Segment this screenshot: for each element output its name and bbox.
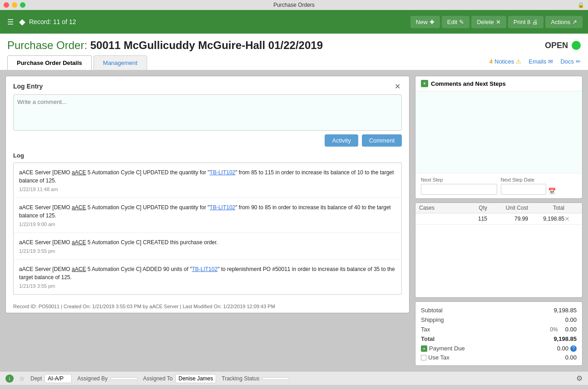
subtotal-row: Subtotal 9,198.85	[421, 305, 577, 315]
docs-pencil-icon: ✏	[576, 58, 581, 65]
comments-panel: + Comments and Next Steps Next Step Next…	[415, 76, 583, 199]
log-section-title: Log	[6, 150, 409, 162]
log-link-1[interactable]: TB-LIT102	[210, 169, 236, 176]
maximize-window-button[interactable]	[20, 2, 25, 8]
log-entries: aACE Server [DEMO aACE 5 Automation Cycl…	[13, 162, 402, 295]
col-cases: Cases	[419, 205, 455, 211]
menu-icon[interactable]: ☰	[5, 16, 15, 28]
delete-label: Delete	[477, 19, 494, 25]
right-panel: + Comments and Next Steps Next Step Next…	[415, 70, 588, 371]
print-button[interactable]: Print 8 🖨	[508, 16, 544, 28]
next-step-label: Next Step	[421, 177, 497, 182]
assigned-by-label: Assigned By	[77, 375, 108, 382]
use-tax-checkbox[interactable]	[421, 355, 426, 360]
diamond-icon[interactable]: ◆	[19, 17, 25, 27]
emails-link[interactable]: Emails ✉	[529, 58, 553, 65]
total-value: 9,198.85	[553, 335, 577, 342]
log-panel-header: Log Entry ✕	[6, 76, 409, 94]
comments-header: + Comments and Next Steps	[415, 76, 582, 91]
notices-link[interactable]: 4 Notices ⚠	[489, 58, 522, 65]
tab-purchase-order-details[interactable]: Purchase Order Details	[7, 55, 92, 70]
use-tax-value: 0.00	[565, 354, 577, 361]
shipping-label: Shipping	[421, 316, 444, 323]
status-label: OPEN	[545, 41, 568, 50]
page-title-prefix: Purchase Order:	[7, 39, 87, 51]
tracking-status-value	[262, 377, 289, 380]
next-step-date-input[interactable]	[501, 184, 546, 195]
cell-total: 9,198.85	[528, 216, 564, 222]
log-comment-input[interactable]	[13, 94, 402, 131]
lock-icon: 🔒	[578, 2, 584, 8]
shipping-row: Shipping 0.00	[421, 315, 577, 325]
page-title-main: 50011 McGullicuddy McGuire-Hall 01/22/20…	[90, 39, 323, 51]
next-step-date-row: 📅	[501, 184, 577, 195]
dept-value: AI-A/P	[44, 374, 72, 383]
next-step-field: Next Step	[421, 177, 497, 195]
docs-link[interactable]: Docs ✏	[560, 58, 581, 65]
shipping-value: 0.00	[565, 316, 577, 323]
minimize-window-button[interactable]	[12, 2, 17, 8]
dept-label: Dept	[30, 375, 42, 382]
add-comment-icon[interactable]: +	[421, 80, 428, 87]
cell-delete[interactable]: ✕	[564, 215, 573, 222]
total-row: Total 9,198.85	[421, 334, 577, 344]
next-step-input[interactable]	[421, 184, 497, 195]
assigned-by-value	[110, 377, 138, 380]
notices-warning-icon: ⚠	[516, 58, 521, 65]
page-title: Purchase Order: 50011 McGullicuddy McGui…	[7, 39, 323, 52]
edit-button[interactable]: Edit ✎	[442, 16, 469, 28]
toolbar-left: ☰ ◆ Record: 11 of 12	[5, 16, 410, 28]
bottom-info-icon[interactable]: i	[5, 374, 14, 383]
table-panel: Cases Qty Unit Cost Total 115 79.99 9,19…	[415, 202, 583, 298]
assigned-to-value: Denise James	[175, 374, 216, 383]
next-step-date-label: Next Step Date	[501, 177, 577, 182]
new-button[interactable]: New ✚	[410, 16, 440, 28]
toolbar: ☰ ◆ Record: 11 of 12 New ✚ Edit ✎ Delete…	[0, 10, 588, 34]
dept-field: Dept AI-A/P	[30, 374, 72, 383]
email-icon: ✉	[548, 58, 553, 65]
edit-label: Edit	[447, 19, 457, 25]
log-link-2[interactable]: TB-LIT102	[210, 204, 236, 211]
log-entry-3: aACE Server [DEMO aACE 5 Automation Cycl…	[14, 233, 401, 260]
tab-management[interactable]: Management	[94, 55, 147, 70]
activity-button[interactable]: Activity	[325, 134, 358, 147]
header-actions: 4 Notices ⚠ Emails ✉ Docs ✏	[489, 58, 581, 68]
window-controls[interactable]	[4, 2, 25, 8]
main-content: Log Entry ✕ Activity Comment Log aACE Se…	[0, 70, 588, 371]
delete-row-icon[interactable]: ✕	[564, 215, 570, 222]
actions-button[interactable]: Actions ↗	[545, 16, 583, 28]
actions-arrow-icon: ↗	[572, 19, 577, 25]
tax-pct: 0%	[550, 326, 558, 333]
new-label: New	[416, 19, 428, 25]
log-entry-4-time: 1/21/19 3:55 pm	[19, 283, 396, 289]
comments-body[interactable]	[415, 91, 582, 173]
table-row: 115 79.99 9,198.85 ✕	[415, 213, 582, 225]
calendar-icon[interactable]: 📅	[548, 187, 556, 195]
col-unit-cost: Unit Cost	[487, 205, 528, 211]
payment-info-icon[interactable]: ?	[570, 345, 577, 352]
use-tax-label: Use Tax	[428, 354, 450, 361]
subtotal-label: Subtotal	[421, 307, 443, 314]
log-entry-4: aACE Server [DEMO aACE 5 Automation Cycl…	[14, 260, 401, 294]
table-header: Cases Qty Unit Cost Total	[415, 203, 582, 213]
delete-button[interactable]: Delete ✕	[471, 16, 506, 28]
log-link-4[interactable]: TB-LIT102	[192, 266, 217, 272]
log-actions: Activity Comment	[6, 131, 409, 150]
use-tax-row: Use Tax 0.00	[421, 353, 577, 362]
comments-title: Comments and Next Steps	[431, 80, 506, 87]
tabs: Purchase Order Details Management	[7, 55, 149, 70]
add-payment-icon[interactable]: +	[421, 345, 427, 352]
tabs-row: Purchase Order Details Management 4 Noti…	[7, 55, 581, 70]
bottom-bar: i ☆ Dept AI-A/P Assigned By Assigned To …	[0, 371, 588, 385]
col-qty: Qty	[455, 205, 487, 211]
close-window-button[interactable]	[4, 2, 9, 8]
comment-button[interactable]: Comment	[362, 134, 402, 147]
bottom-star-icon[interactable]: ☆	[19, 375, 25, 382]
close-log-panel-button[interactable]: ✕	[393, 82, 402, 91]
page-header: Purchase Order: 50011 McGullicuddy McGui…	[0, 34, 588, 70]
docs-label: Docs	[560, 58, 574, 65]
next-step-row: Next Step Next Step Date 📅	[415, 173, 582, 198]
notices-label: Notices	[494, 58, 514, 65]
notices-count-badge: 4	[489, 58, 493, 65]
gear-icon[interactable]: ⚙	[576, 374, 583, 383]
